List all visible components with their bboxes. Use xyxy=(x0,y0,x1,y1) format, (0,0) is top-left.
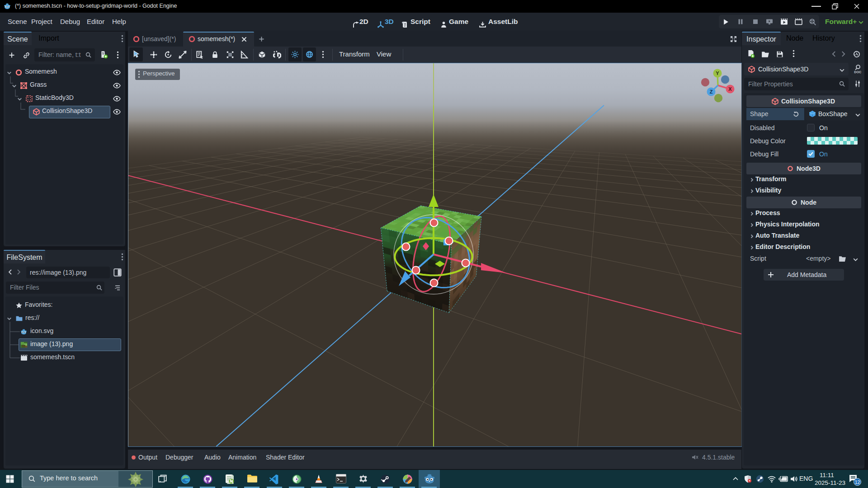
svg-text:Z: Z xyxy=(710,89,713,94)
svg-text:Y: Y xyxy=(716,70,719,76)
svg-text:X: X xyxy=(728,86,732,92)
svg-text:DOC: DOC xyxy=(854,70,861,74)
